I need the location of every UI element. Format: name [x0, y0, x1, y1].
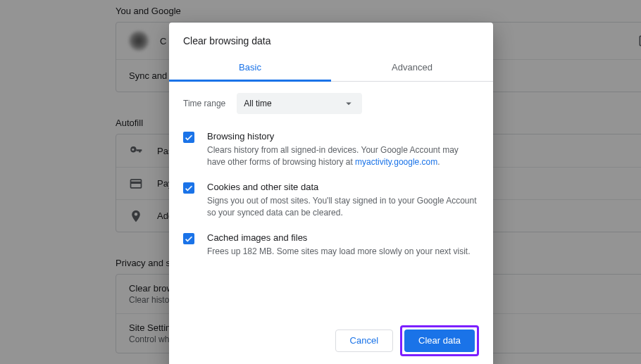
check-icon [184, 132, 194, 142]
clear-data-highlight: Clear data [400, 325, 479, 356]
option-desc: Frees up 182 MB. Some sites may load mor… [207, 246, 479, 258]
option-title: Browsing history [207, 131, 479, 142]
option-title: Cached images and files [207, 232, 479, 243]
tab-advanced[interactable]: Advanced [331, 55, 493, 81]
myactivity-link[interactable]: myactivity.google.com [355, 157, 437, 167]
option-desc: Clears history from all signed-in device… [207, 144, 479, 169]
chevron-down-icon [342, 97, 355, 110]
clear-browsing-data-dialog: Clear browsing data Basic Advanced Time … [169, 23, 493, 364]
time-range-select[interactable]: All time [237, 93, 362, 114]
time-range-label: Time range [183, 99, 225, 108]
checkbox-cookies[interactable] [183, 182, 194, 194]
dialog-tabs: Basic Advanced [169, 55, 493, 82]
checkbox-browsing-history[interactable] [183, 132, 194, 143]
option-cookies: Cookies and other site data Signs you ou… [183, 175, 479, 225]
check-icon [184, 234, 194, 244]
check-icon [184, 183, 194, 193]
tab-basic[interactable]: Basic [169, 55, 331, 81]
option-browsing-history: Browsing history Clears history from all… [183, 124, 479, 175]
option-desc: Signs you out of most sites. You'll stay… [207, 195, 479, 220]
checkbox-cached[interactable] [183, 233, 194, 244]
dialog-footer: Cancel Clear data [169, 311, 493, 364]
option-title: Cookies and other site data [207, 182, 479, 192]
option-cached: Cached images and files Frees up 182 MB.… [183, 225, 479, 263]
time-range-value: All time [244, 99, 271, 108]
dialog-title: Clear browsing data [169, 23, 493, 55]
options-list: Browsing history Clears history from all… [169, 121, 493, 270]
clear-data-button[interactable]: Clear data [404, 330, 475, 352]
time-range-row: Time range All time [169, 82, 493, 121]
cancel-button[interactable]: Cancel [335, 330, 393, 352]
